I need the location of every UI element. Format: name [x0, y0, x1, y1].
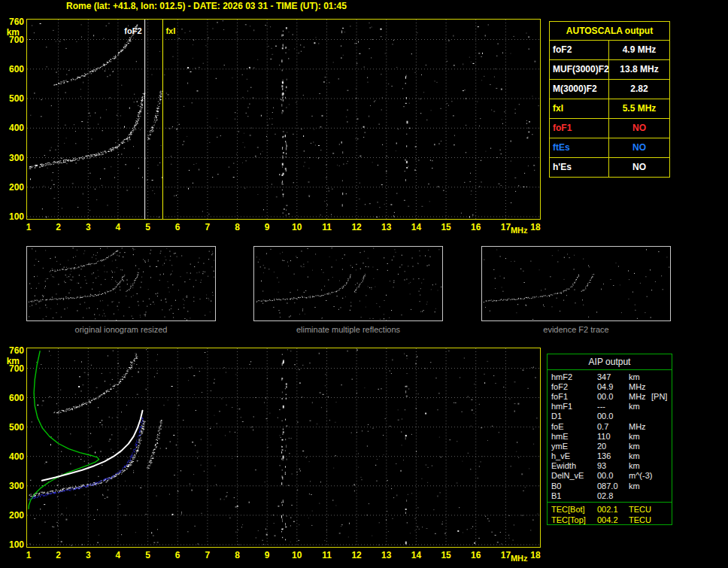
svg-text:1: 1: [26, 550, 32, 560]
aip-param-name: TEC[Top]: [551, 515, 597, 524]
svg-text:km: km: [7, 356, 20, 366]
autoscala-param-value: 4.9 MHz: [609, 41, 669, 59]
svg-text:15: 15: [441, 222, 451, 232]
aip-param-name: TEC[Bot]: [551, 505, 597, 514]
aip-param-unit: km: [629, 432, 651, 441]
autoscala-param-name: M(3000)F2: [550, 80, 609, 99]
svg-text:100: 100: [9, 539, 24, 550]
ionogram-top-svg: 760700600500400300200100km12345678910111…: [0, 14, 549, 239]
aip-param-name: hmF1: [551, 402, 597, 411]
svg-text:2: 2: [56, 222, 61, 232]
aip-param-name: Ewidth: [551, 461, 597, 470]
svg-text:10: 10: [292, 222, 302, 232]
svg-text:10: 10: [292, 550, 302, 560]
aip-param-unit: TECU: [629, 515, 651, 524]
aip-tec-rows: TEC[Bot]002.1TECUTEC[Top]004.2TECU: [548, 502, 672, 527]
aip-param-value: 347: [597, 372, 629, 381]
background-noise: [29, 20, 539, 217]
svg-text:11: 11: [322, 222, 332, 232]
autoscala-row-h'Es: h'EsNO: [550, 158, 669, 177]
svg-text:17: 17: [501, 550, 511, 560]
svg-text:200: 200: [9, 510, 24, 521]
autoscala-row-foF2: foF24.9 MHz: [550, 41, 669, 60]
svg-text:500: 500: [9, 93, 24, 104]
autoscala-param-value: NO: [609, 158, 669, 177]
aip-param-value: 087.0: [597, 481, 629, 491]
aip-param-value: 00.0: [597, 392, 629, 401]
svg-text:100: 100: [9, 211, 24, 222]
autoscala-screen: Rome (lat: +41.8, lon: 012.5) - DATE: 20…: [0, 0, 728, 568]
aip-param-value: ---: [597, 402, 629, 411]
aip-row-D1: D100.0: [548, 412, 672, 421]
svg-text:1: 1: [26, 222, 32, 232]
aip-param-value: 002.1: [597, 505, 629, 514]
aip-param-value: 136: [597, 451, 629, 460]
aip-param-name: B1: [551, 491, 597, 500]
autoscala-param-name: foF1: [550, 119, 609, 138]
aip-row-hmF1: hmF1---km: [548, 402, 672, 412]
aip-param-unit: km: [629, 372, 651, 381]
aip-tec-row-TEC[Bot]: TEC[Bot]002.1TECU: [548, 504, 672, 515]
ionogram-bottom-svg: 760700600500400300200100km12345678910111…: [0, 342, 549, 568]
aip-param-unit: km: [629, 442, 651, 451]
aip-param-unit: km: [629, 451, 651, 460]
marker-label-fxI: fxI: [165, 26, 175, 35]
aip-param-value: 004.2: [597, 515, 629, 524]
f2-second-hop: [53, 354, 138, 414]
aip-param-value: 02.8: [597, 491, 629, 500]
ionogram-plot-top: 760700600500400300200100km12345678910111…: [0, 14, 549, 239]
svg-text:400: 400: [9, 123, 24, 133]
svg-text:9: 9: [265, 550, 270, 560]
aip-param-name: ymE: [551, 442, 597, 451]
aip-param-unit: MHz: [629, 422, 651, 431]
thumbnail-frame: [254, 247, 443, 321]
autoscala-row-fxI: fxI5.5 MHz: [550, 99, 669, 119]
svg-text:5: 5: [145, 550, 150, 560]
fitted-trace: [42, 411, 143, 481]
aip-param-name: D1: [551, 412, 597, 421]
svg-text:2: 2: [56, 550, 61, 560]
svg-text:9: 9: [265, 222, 270, 232]
station-date-title: Rome (lat: +41.8, lon: 012.5) - DATE: 20…: [66, 1, 347, 11]
autoscala-param-name: MUF(3000)F2: [550, 60, 609, 79]
aip-row-B1: B102.8: [548, 491, 672, 500]
svg-text:16: 16: [471, 550, 481, 560]
grid-lines: [27, 348, 540, 547]
aip-row-Ewidth: Ewidth93km: [548, 461, 672, 471]
svg-text:7: 7: [205, 222, 211, 232]
autoscala-param-value: 2.82: [609, 80, 669, 99]
autoscala-table-title: AUTOSCALA output: [550, 22, 669, 41]
aip-row-foE: foE0.7MHz: [548, 421, 672, 431]
svg-text:500: 500: [9, 422, 24, 433]
aip-param-name: foF1: [551, 392, 597, 401]
aip-row-h_vE: h_vE136km: [548, 451, 672, 461]
svg-text:MHz: MHz: [511, 554, 528, 563]
autoscala-param-value: 13.8 MHz: [609, 60, 669, 79]
svg-text:16: 16: [471, 222, 481, 232]
aip-param-unit: km: [629, 402, 651, 411]
svg-text:600: 600: [9, 393, 24, 403]
aip-row-B0: B0087.0km: [548, 481, 672, 491]
svg-text:MHz: MHz: [511, 226, 528, 235]
svg-text:300: 300: [9, 481, 24, 491]
aip-table-title: AIP output: [548, 354, 672, 370]
aip-param-value: 0.7: [597, 422, 629, 431]
aip-row-hmF2: hmF2347km: [548, 372, 672, 381]
svg-text:5: 5: [145, 222, 150, 232]
aip-param-name: hmF2: [551, 372, 597, 381]
thumbnail-caption-original: original ionogram resized: [26, 325, 216, 334]
aip-param-value: 00.0: [597, 412, 629, 421]
thumbnail-original-svg: [26, 246, 216, 321]
svg-text:13: 13: [381, 550, 392, 560]
aip-param-name: foF2: [551, 382, 597, 391]
aip-param-unit: TECU: [629, 505, 651, 514]
aip-row-DelN_vE: DelN_vE00.0m^(-3): [548, 471, 672, 481]
aip-param-unit: m^(-3): [629, 471, 651, 480]
f2-trace-x-mode: [147, 91, 163, 140]
thumbnail-evidence-svg: [481, 246, 671, 321]
aip-param-name: foE: [551, 422, 597, 431]
autoscala-param-value: NO: [609, 119, 669, 138]
background-noise: [29, 349, 538, 545]
autoscala-param-value: NO: [609, 138, 669, 157]
aip-tec-row-TEC[Top]: TEC[Top]004.2TECU: [548, 515, 672, 525]
